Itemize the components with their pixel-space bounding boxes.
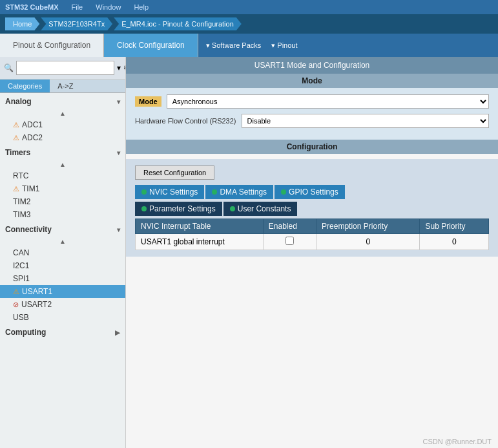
tab-pinout[interactable]: Pinout & Configuration [0,34,104,57]
gpio-dot [281,189,286,195]
search-input[interactable] [16,61,114,75]
search-dropdown-icon[interactable]: ▾ [117,63,121,72]
rtc-label: RTC [13,171,28,180]
sidebar-item-can[interactable]: CAN [0,246,125,259]
main-tab-bar: Pinout & Configuration Clock Configurati… [0,34,498,57]
sidebar-item-spi1[interactable]: SPI1 [0,272,125,285]
analog-label: Analog [5,97,32,106]
sidebar: 🔍 ▾ ⚙ Categories A->Z Analog ▾ ▲ ADC1 AD… [0,57,126,448]
sidebar-section-computing-header[interactable]: Computing ▶ [0,324,125,339]
sidebar-item-tim2[interactable]: TIM2 [0,195,125,208]
breadcrumb: Home STM32F103R4Tx E_MR4.ioc - Pinout & … [0,14,498,34]
timers-arrow: ▾ [117,149,120,156]
sidebar-tab-categories[interactable]: Categories [0,80,50,92]
sidebar-item-usart1[interactable]: USART1 [0,285,125,298]
menu-window[interactable]: Window [96,3,121,11]
computing-label: Computing [5,328,46,337]
nvic-dot [141,189,147,195]
usb-label: USB [13,313,29,322]
menu-file[interactable]: File [72,3,83,11]
sidebar-item-i2c1[interactable]: I2C1 [0,259,125,272]
sidebar-item-tim1[interactable]: TIM1 [0,182,125,195]
tab-clock[interactable]: Clock Configuration [104,34,198,57]
connectivity-arrow: ▾ [117,226,120,233]
sidebar-section-analog-header[interactable]: Analog ▾ [0,93,125,109]
analog-scroll-up[interactable]: ▲ [59,110,66,117]
table-row: USART1 global interrupt 0 0 [136,234,489,250]
nvic-col-enabled: Enabled [263,219,316,234]
sidebar-item-usb[interactable]: USB [0,311,125,324]
sidebar-tab-az[interactable]: A->Z [50,80,81,92]
config-tab-nvic[interactable]: NVIC Settings [135,185,204,199]
tim1-label: TIM1 [22,184,39,193]
analog-arrow: ▾ [117,98,120,105]
connectivity-label: Connectivity [5,225,52,234]
user-constants-tab-label: User Constants [238,204,291,213]
main-layout: 🔍 ▾ ⚙ Categories A->Z Analog ▾ ▲ ADC1 AD… [0,57,498,448]
mode-label: Mode [135,96,161,107]
sidebar-section-computing: Computing ▶ [0,324,125,339]
nvic-col-preemption: Preemption Priority [316,219,420,234]
timers-scroll-up[interactable]: ▲ [59,161,66,168]
sidebar-item-usart2[interactable]: USART2 [0,298,125,311]
config-tab-parameter[interactable]: Parameter Settings [135,202,222,216]
hardware-flow-label: Hardware Flow Control (RS232) [135,117,236,125]
sidebar-item-adc2[interactable]: ADC2 [0,131,125,144]
breadcrumb-device[interactable]: STM32F103R4Tx [41,17,112,30]
adc2-label: ADC2 [22,133,43,142]
sidebar-section-connectivity: Connectivity ▾ ▲ CAN I2C1 SPI1 USART1 US… [0,221,125,324]
usart-header: USART1 Mode and Configuration [126,57,498,74]
hardware-flow-select[interactable]: Disable [242,114,490,128]
adc1-label: ADC1 [22,120,43,129]
sidebar-item-rtc[interactable]: RTC [0,169,125,182]
config-tab-gpio[interactable]: GPIO Settings [275,185,345,199]
usart2-label: USART2 [21,300,52,309]
sidebar-section-timers-header[interactable]: Timers ▾ [0,144,125,160]
timers-label: Timers [5,148,30,157]
sidebar-item-adc1[interactable]: ADC1 [0,118,125,131]
reset-config-button[interactable]: Reset Configuration [135,165,214,180]
menu-help[interactable]: Help [134,3,149,11]
mode-select[interactable]: Asynchronous [167,94,489,109]
watermark: CSDN @Runner.DUT [422,438,492,445]
dma-tab-label: DMA Settings [220,187,267,197]
sidebar-section-analog: Analog ▾ ▲ ADC1 ADC2 [0,93,125,144]
nvic-tab-label: NVIC Settings [149,187,198,197]
parameter-tab-label: Parameter Settings [149,204,216,213]
software-packs-link[interactable]: ▾ Software Packs [206,41,261,50]
tim3-label: TIM3 [13,210,30,219]
nvic-enabled-cell[interactable] [263,234,316,250]
tab-extra-area: ▾ Software Packs ▾ Pinout [198,34,498,57]
sidebar-item-tim3[interactable]: TIM3 [0,208,125,221]
user-const-dot [230,206,235,211]
config-tab-user-constants[interactable]: User Constants [223,202,298,216]
hardware-flow-row: Hardware Flow Control (RS232) Disable [135,114,489,128]
sidebar-search-bar: 🔍 ▾ ⚙ [0,57,125,80]
i2c1-label: I2C1 [13,261,29,270]
mode-section-header: Mode [126,74,498,88]
nvic-sub-value: 0 [420,234,489,250]
gpio-tab-label: GPIO Settings [289,187,338,197]
config-tabs-row1: NVIC Settings DMA Settings GPIO Settings [135,185,489,199]
spi1-label: SPI1 [13,274,30,283]
param-dot [141,206,147,211]
search-icon: 🔍 [4,63,14,72]
nvic-col-sub: Sub Priority [420,219,489,234]
config-section-header: Configuration [126,140,498,154]
connectivity-scroll-up[interactable]: ▲ [59,238,66,245]
sidebar-section-timers: Timers ▾ ▲ RTC TIM1 TIM2 TIM3 [0,144,125,221]
usart1-label: USART1 [22,287,52,296]
nvic-enabled-checkbox[interactable] [285,237,294,245]
menu-bar: STM32 CubeMX File Window Help [0,0,498,14]
tim2-label: TIM2 [13,197,30,206]
breadcrumb-home[interactable]: Home [5,17,39,30]
nvic-table: NVIC Interrupt Table Enabled Preemption … [135,219,489,250]
pinout-extra-link[interactable]: ▾ Pinout [271,41,297,50]
sidebar-section-connectivity-header[interactable]: Connectivity ▾ [0,221,125,237]
mode-row: Mode Asynchronous [135,94,489,109]
config-tab-dma[interactable]: DMA Settings [205,185,273,199]
can-label: CAN [13,248,29,257]
config-tabs-row2: Parameter Settings User Constants [135,202,489,216]
breadcrumb-file[interactable]: E_MR4.ioc - Pinout & Configuration [114,17,242,30]
nvic-interrupt-name: USART1 global interrupt [136,234,264,250]
